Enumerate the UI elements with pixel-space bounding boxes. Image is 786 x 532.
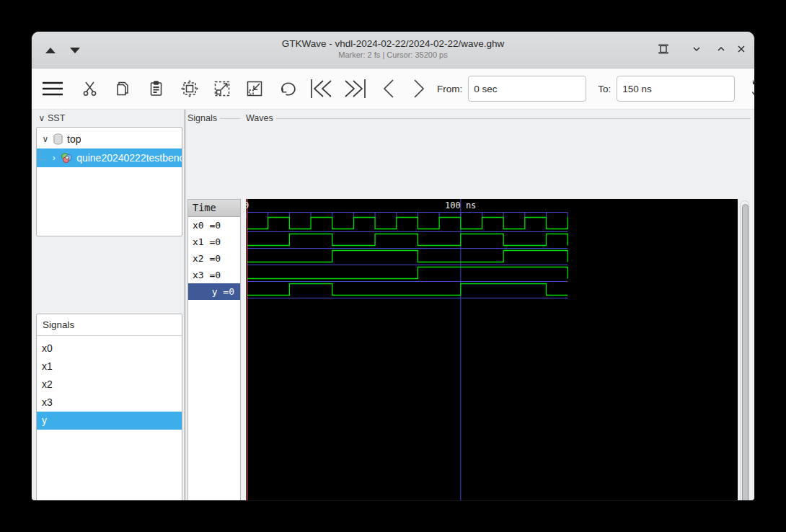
- scrollbar-thumb[interactable]: [742, 204, 749, 500]
- expander-closed-icon[interactable]: ›: [48, 153, 59, 163]
- pane-splitter[interactable]: [184, 110, 186, 500]
- sst-expander-icon[interactable]: ∨: [36, 113, 48, 123]
- go-to-end-button[interactable]: [343, 79, 366, 99]
- timeline-major-label: 100 ns: [445, 200, 476, 210]
- tree-item-top[interactable]: ∨ top: [37, 130, 182, 148]
- to-label: To:: [598, 84, 611, 94]
- shift-left-button[interactable]: [382, 79, 395, 99]
- signals-panel-label: Signals: [187, 113, 217, 123]
- wave-canvas[interactable]: 0 100 ns: [246, 199, 738, 500]
- toolbar: From: To:: [32, 68, 754, 110]
- list-item-x1[interactable]: x1: [37, 358, 182, 376]
- skip-to-end-icon: [343, 79, 366, 99]
- zoom-in-button[interactable]: [213, 79, 231, 98]
- signals-frame-label: Signals: [187, 113, 240, 123]
- reload-button[interactable]: [749, 79, 754, 99]
- main-area: ∨ SST ∨ top ›: [32, 110, 754, 500]
- sst-tree: ∨ top ›: [36, 127, 182, 236]
- signal-search-list: Signals x0 x1 x2 x3 y: [36, 314, 182, 500]
- tree-branch-line: [40, 151, 47, 160]
- skip-to-start-icon: [310, 79, 333, 99]
- copy-icon: [116, 81, 131, 97]
- frame-line: [276, 118, 751, 119]
- fullscreen-icon: [658, 43, 669, 55]
- undo-icon: [279, 80, 297, 97]
- chevron-left-icon: [382, 79, 395, 99]
- trace-name-x0[interactable]: x0 =0: [188, 217, 240, 234]
- tree-item-top-label: top: [67, 133, 81, 145]
- minimize-button[interactable]: [689, 42, 704, 56]
- trace-name-y[interactable]: y =0: [188, 283, 240, 300]
- signal-list-header: Signals: [37, 314, 182, 336]
- from-input[interactable]: [468, 76, 586, 102]
- close-button[interactable]: [734, 42, 749, 56]
- tree-item-testbench-label: quine20240222testbench: [76, 152, 182, 164]
- waves-frame-label: Waves: [246, 113, 751, 123]
- scissors-icon: [82, 81, 97, 97]
- wave-svg: [246, 199, 738, 500]
- signal-name-panel: Time x0 =0 x1 =0 x2 =0 x3 =0 y =0: [187, 199, 241, 500]
- zoom-fit-icon: [180, 79, 199, 98]
- sst-label: SST: [48, 113, 65, 123]
- list-item-x2[interactable]: x2: [37, 376, 182, 394]
- trace-name-x3[interactable]: x3 =0: [188, 267, 240, 283]
- cut-button[interactable]: [82, 81, 97, 97]
- list-item-y[interactable]: y: [37, 412, 182, 430]
- clipboard-icon: [149, 81, 163, 97]
- menu-button[interactable]: [42, 81, 63, 97]
- zoom-out-button[interactable]: [245, 79, 264, 98]
- timeline-start-label: 0: [246, 200, 249, 210]
- chevron-down-icon: [692, 44, 702, 54]
- fullscreen-button[interactable]: [656, 42, 671, 56]
- frame-line: [220, 118, 240, 119]
- waves-panel-label: Waves: [246, 113, 273, 123]
- hamburger-menu-icon: [42, 81, 63, 97]
- database-icon: [53, 133, 63, 145]
- chevron-right-icon: [412, 79, 425, 99]
- close-icon: [736, 44, 746, 54]
- keep-above-icon[interactable]: [45, 48, 56, 53]
- from-label: From:: [437, 84, 462, 94]
- copy-button[interactable]: [116, 81, 131, 97]
- zoom-fit-button[interactable]: [180, 79, 199, 98]
- keep-below-icon[interactable]: [70, 48, 80, 53]
- zoom-in-icon: [213, 79, 231, 98]
- expander-open-icon[interactable]: ∨: [40, 134, 51, 144]
- list-item-x0[interactable]: x0: [37, 340, 182, 358]
- gtkwave-window: GTKWave - vhdl-2024-02-22/2024-02-22/wav…: [32, 32, 754, 500]
- tree-item-testbench[interactable]: › quine20240222testbench: [37, 148, 182, 167]
- undo-button[interactable]: [279, 80, 297, 97]
- to-input[interactable]: [617, 76, 735, 102]
- sst-frame-label: ∨ SST: [36, 113, 180, 123]
- paste-button[interactable]: [149, 81, 163, 97]
- maximize-button[interactable]: [714, 42, 728, 56]
- list-item-x3[interactable]: x3: [37, 394, 182, 412]
- time-header-cell[interactable]: Time: [188, 200, 240, 217]
- marker-cursor-status: Marker: 2 fs | Cursor: 35200 ps: [32, 50, 754, 59]
- shift-right-button[interactable]: [412, 79, 425, 99]
- zoom-out-icon: [245, 79, 264, 98]
- wave-vscrollbar[interactable]: [740, 200, 749, 500]
- chevron-up-icon: [716, 44, 726, 54]
- trace-name-x2[interactable]: x2 =0: [188, 250, 240, 267]
- go-to-start-button[interactable]: [310, 79, 333, 99]
- titlebar[interactable]: GTKWave - vhdl-2024-02-22/2024-02-22/wav…: [32, 32, 754, 68]
- window-title: GTKWave - vhdl-2024-02-22/2024-02-22/wav…: [32, 32, 754, 49]
- module-icon: [61, 152, 73, 164]
- reload-icon: [749, 79, 754, 99]
- trace-name-x1[interactable]: x1 =0: [188, 234, 240, 250]
